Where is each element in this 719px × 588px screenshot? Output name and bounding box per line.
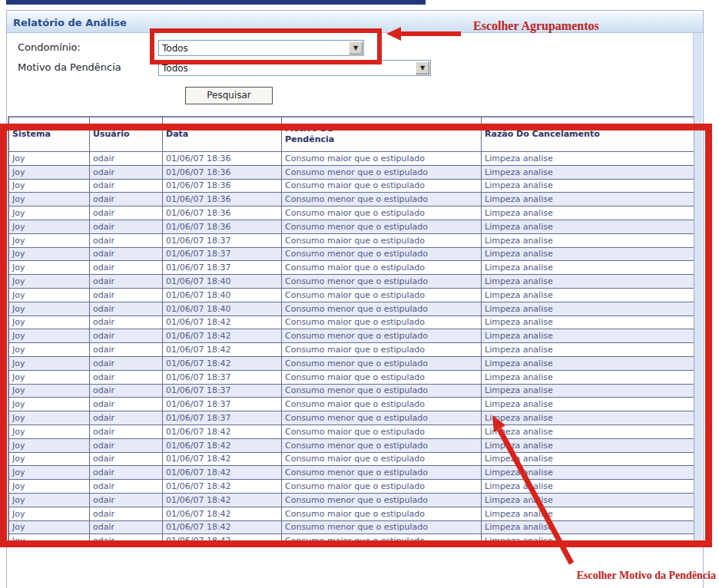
table-cell: Limpeza analise: [482, 384, 695, 398]
table-cell: 01/06/07 18:36: [163, 165, 282, 179]
table-row: Joyodair01/06/07 18:36Consumo menor que …: [9, 193, 695, 206]
dropdown-arrow-icon[interactable]: ▼: [416, 61, 429, 74]
table-cell: 01/06/07 18:42: [163, 466, 282, 480]
table-row: Joyodair01/06/07 18:42Consumo maior que …: [9, 534, 695, 547]
table-cell: Joy: [9, 165, 90, 179]
table-row: Joyodair01/06/07 18:42Consumo maior que …: [9, 507, 695, 520]
table-row: Joyodair01/06/07 18:37Consumo maior que …: [9, 370, 695, 384]
table-cell: Consumo menor que o estipulado: [282, 438, 482, 452]
annotation-label-agrupamentos: Escolher Agrupamentos: [473, 19, 599, 33]
table-cell: Limpeza analise: [482, 534, 695, 547]
table-cell: 01/06/07 18:40: [163, 275, 282, 289]
table-cell: 01/06/07 18:37: [163, 370, 282, 384]
table-cell: 01/06/07 18:42: [163, 356, 282, 370]
table-cell: 01/06/07 18:42: [163, 315, 282, 329]
table-row: Joyodair01/06/07 18:37Consumo menor que …: [9, 384, 695, 398]
table-cell: odair: [90, 384, 163, 398]
table-cell: odair: [90, 152, 163, 166]
table-cell: Joy: [9, 343, 90, 357]
screen: Relatório de Análise Condomínio: Todos ▼…: [0, 0, 719, 588]
table-cell: 01/06/07 18:42: [163, 343, 282, 357]
table-cell: Limpeza analise: [482, 343, 695, 357]
table-row: Joyodair01/06/07 18:42Consumo maior que …: [9, 343, 695, 357]
annotation-label-motivo-pendencia: Escolher Motivo da Pendência: [577, 570, 716, 582]
table-cell: 01/06/07 18:37: [163, 411, 282, 425]
table-cell: 01/06/07 18:37: [163, 233, 282, 247]
page-title: Relatório de Análise: [13, 17, 127, 28]
table-cell: Consumo menor que o estipulado: [282, 302, 482, 315]
table-cell: Limpeza analise: [482, 152, 695, 166]
motivo-select[interactable]: Todos ▼: [158, 60, 431, 76]
table-cell: Limpeza analise: [482, 302, 695, 315]
table-cell: Consumo maior que o estipulado: [282, 480, 482, 494]
table-cell: Limpeza analise: [482, 466, 695, 480]
motivo-select-value: Todos: [159, 63, 416, 74]
table-cell: Joy: [9, 220, 90, 233]
condominio-select[interactable]: Todos ▼: [158, 40, 364, 56]
table-cell: Consumo maior que o estipulado: [282, 370, 482, 384]
table-cell: Joy: [9, 520, 90, 534]
table-cell: odair: [90, 452, 163, 466]
table-cell: Consumo menor que o estipulado: [282, 165, 482, 179]
table-cell: Limpeza analise: [482, 520, 695, 534]
table-row: Joyodair01/06/07 18:40Consumo maior que …: [9, 288, 695, 302]
table-cell: Joy: [9, 315, 90, 329]
table-row: Joyodair01/06/07 18:42Consumo menor que …: [9, 466, 695, 480]
table-cell: Consumo maior que o estipulado: [282, 398, 482, 411]
table-cell: Joy: [9, 507, 90, 520]
table-cell: Consumo maior que o estipulado: [282, 288, 482, 302]
table-cell: odair: [90, 493, 163, 507]
table-cell: odair: [90, 343, 163, 357]
table-cell: odair: [90, 438, 163, 452]
column-header: Motivo DaPendência: [282, 117, 482, 152]
table-cell: Joy: [9, 288, 90, 302]
table-row: Joyodair01/06/07 18:42Consumo menor que …: [9, 438, 695, 452]
table-cell: Joy: [9, 466, 90, 480]
table-cell: Joy: [9, 233, 90, 247]
table-cell: Joy: [9, 193, 90, 206]
table-cell: odair: [90, 329, 163, 343]
table-cell: Limpeza analise: [482, 411, 695, 425]
table-cell: Joy: [9, 424, 90, 438]
table-cell: Limpeza analise: [482, 288, 695, 302]
table-row: Joyodair01/06/07 18:42Consumo maior que …: [9, 480, 695, 494]
table-cell: Joy: [9, 247, 90, 261]
table-cell: odair: [90, 480, 163, 494]
table-cell: Limpeza analise: [482, 356, 695, 370]
table-cell: Consumo menor que o estipulado: [282, 493, 482, 507]
table-cell: Limpeza analise: [482, 424, 695, 438]
table-cell: 01/06/07 18:37: [163, 398, 282, 411]
table-row: Joyodair01/06/07 18:37Consumo maior que …: [9, 398, 695, 411]
table-cell: 01/06/07 18:42: [163, 493, 282, 507]
table-cell: Limpeza analise: [482, 247, 695, 261]
table-cell: 01/06/07 18:37: [163, 384, 282, 398]
table-cell: odair: [90, 398, 163, 411]
pesquisar-button[interactable]: Pesquisar: [185, 87, 273, 104]
table-cell: Limpeza analise: [482, 179, 695, 193]
table-cell: Consumo maior que o estipulado: [282, 315, 482, 329]
table-cell: Consumo menor que o estipulado: [282, 520, 482, 534]
table-cell: 01/06/07 18:42: [163, 507, 282, 520]
table-cell: Joy: [9, 152, 90, 166]
table-cell: Consumo maior que o estipulado: [282, 261, 482, 275]
table-cell: Consumo menor que o estipulado: [282, 384, 482, 398]
table-cell: Limpeza analise: [482, 315, 695, 329]
table-cell: odair: [90, 302, 163, 315]
table-cell: Consumo menor que o estipulado: [282, 247, 482, 261]
table-cell: Joy: [9, 275, 90, 289]
dropdown-arrow-icon[interactable]: ▼: [349, 41, 363, 55]
table-cell: Consumo menor que o estipulado: [282, 411, 482, 425]
table-cell: 01/06/07 18:36: [163, 206, 282, 220]
table-cell: Limpeza analise: [482, 329, 695, 343]
column-header: Razão Do Cancelamento: [482, 117, 695, 152]
table-cell: odair: [90, 356, 163, 370]
table-cell: Joy: [9, 534, 90, 547]
top-navy-bar: [6, 0, 426, 5]
table-cell: Limpeza analise: [482, 193, 695, 206]
condominio-select-value: Todos: [159, 43, 349, 54]
table-cell: odair: [90, 411, 163, 425]
table-cell: Consumo maior que o estipulado: [282, 206, 482, 220]
table-cell: Joy: [9, 411, 90, 425]
table-cell: Consumo menor que o estipulado: [282, 466, 482, 480]
table-cell: odair: [90, 534, 163, 547]
